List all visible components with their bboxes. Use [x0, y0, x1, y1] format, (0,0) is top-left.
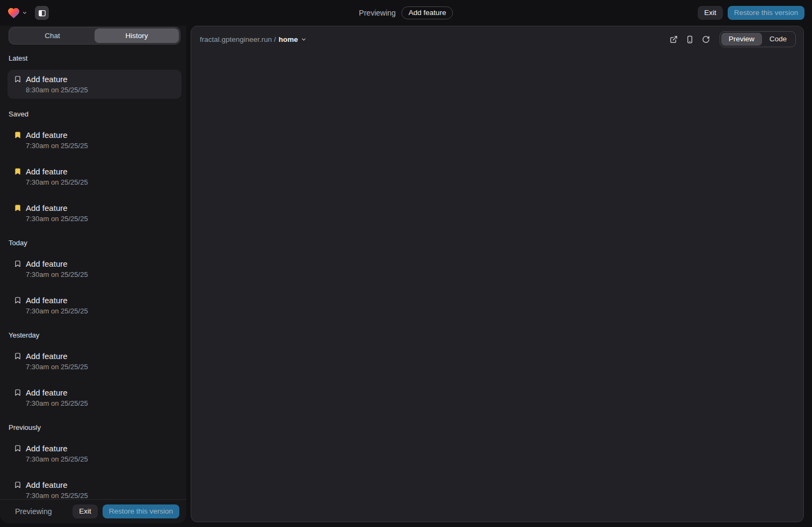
- history-item-title: Add feature: [26, 352, 68, 361]
- history-item-timestamp: 7:30am on 25/25/25: [26, 363, 175, 371]
- history-item-title: Add feature: [26, 388, 68, 397]
- bookmark-filled-icon: [14, 131, 21, 139]
- bookmark-outline-icon: [14, 75, 21, 83]
- history-item-title: Add feature: [26, 444, 68, 453]
- history-item-timestamp: 7:30am on 25/25/25: [26, 215, 175, 223]
- history-item[interactable]: Add feature8:30am on 25/25/25: [8, 70, 182, 99]
- history-item-title: Add feature: [26, 75, 68, 84]
- history-item[interactable]: Add feature7:30am on 25/25/25: [8, 347, 182, 376]
- version-badge: Add feature: [402, 6, 453, 19]
- history-item[interactable]: Add feature7:30am on 25/25/25: [8, 126, 182, 155]
- history-item-title: Add feature: [26, 167, 68, 176]
- history-item[interactable]: Add feature7:30am on 25/25/25: [8, 254, 182, 283]
- section-title-today: Today: [9, 239, 182, 247]
- bookmark-filled-icon: [14, 204, 21, 212]
- history-item-timestamp: 7:30am on 25/25/25: [26, 455, 175, 463]
- mobile-view-button[interactable]: [683, 32, 697, 46]
- top-bar-center: Previewing Add feature: [359, 0, 453, 26]
- history-item[interactable]: Add feature7:30am on 25/25/25: [8, 475, 182, 499]
- history-item-timestamp: 7:30am on 25/25/25: [26, 270, 175, 279]
- smartphone-icon: [686, 35, 694, 43]
- open-external-button[interactable]: [667, 32, 681, 46]
- bookmark-filled-icon: [14, 167, 21, 175]
- view-toggle-code[interactable]: Code: [762, 33, 794, 46]
- section-title-latest: Latest: [9, 54, 182, 62]
- lovable-heart-icon: [8, 8, 20, 19]
- external-link-icon: [670, 35, 678, 43]
- history-list: LatestAdd feature8:30am on 25/25/25Saved…: [0, 45, 186, 499]
- footer-restore-button[interactable]: Restore this version: [103, 504, 179, 518]
- section-title-yesterday: Yesterday: [9, 331, 182, 339]
- history-item-timestamp: 7:30am on 25/25/25: [26, 492, 175, 499]
- bookmark-outline-icon: [14, 481, 21, 489]
- refresh-button[interactable]: [699, 32, 713, 46]
- footer-actions: Exit Restore this version: [73, 504, 179, 518]
- panel-left-icon: [38, 9, 46, 17]
- history-item[interactable]: Add feature7:30am on 25/25/25: [8, 291, 182, 320]
- preview-url-prefix: fractal.gptengineer.run /: [200, 35, 276, 43]
- section-title-saved: Saved: [9, 110, 182, 118]
- bookmark-outline-icon: [14, 260, 21, 268]
- footer-exit-button[interactable]: Exit: [73, 504, 98, 518]
- tab-chat[interactable]: Chat: [10, 28, 95, 43]
- history-item[interactable]: Add feature7:30am on 25/25/25: [8, 439, 182, 468]
- bookmark-outline-icon: [14, 352, 21, 360]
- logo-menu[interactable]: [8, 8, 27, 19]
- preview-actions: PreviewCode: [667, 31, 796, 47]
- top-bar: Previewing Add feature Exit Restore this…: [0, 0, 812, 26]
- history-item-title: Add feature: [26, 480, 68, 489]
- preview-url-page: home: [279, 35, 298, 43]
- history-item-timestamp: 7:30am on 25/25/25: [26, 307, 175, 315]
- history-item-timestamp: 8:30am on 25/25/25: [26, 86, 175, 94]
- history-item-timestamp: 7:30am on 25/25/25: [26, 142, 175, 150]
- history-item[interactable]: Add feature7:30am on 25/25/25: [8, 199, 182, 228]
- history-item[interactable]: Add feature7:30am on 25/25/25: [8, 383, 182, 412]
- sidebar-footer: Previewing Exit Restore this version: [0, 499, 186, 523]
- bookmark-outline-icon: [14, 296, 21, 304]
- footer-previewing-status: Previewing: [15, 507, 52, 516]
- history-item-title: Add feature: [26, 130, 68, 140]
- exit-button[interactable]: Exit: [698, 6, 723, 20]
- view-toggle: PreviewCode: [720, 31, 796, 47]
- preview-panel: fractal.gptengineer.run / home: [191, 26, 804, 522]
- history-sidebar: ChatHistory LatestAdd feature8:30am on 2…: [0, 26, 186, 523]
- logo-chevron-down-icon: [22, 10, 27, 16]
- history-item[interactable]: Add feature7:30am on 25/25/25: [8, 162, 182, 191]
- preview-url-dropdown[interactable]: fractal.gptengineer.run / home: [200, 35, 307, 43]
- history-item-title: Add feature: [26, 296, 68, 305]
- section-title-previously: Previously: [9, 423, 182, 431]
- tab-history[interactable]: History: [95, 28, 179, 43]
- top-bar-left: [8, 6, 49, 20]
- history-item-title: Add feature: [26, 259, 68, 268]
- previewing-status: Previewing: [359, 9, 395, 17]
- view-toggle-preview[interactable]: Preview: [721, 33, 762, 46]
- history-item-timestamp: 7:30am on 25/25/25: [26, 399, 175, 407]
- refresh-icon: [702, 35, 710, 43]
- sidebar-tabs: ChatHistory: [9, 27, 180, 45]
- preview-header: fractal.gptengineer.run / home: [191, 26, 803, 52]
- history-item-title: Add feature: [26, 203, 68, 213]
- restore-version-button[interactable]: Restore this version: [728, 6, 804, 20]
- bookmark-outline-icon: [14, 389, 21, 397]
- top-bar-right: Exit Restore this version: [698, 6, 804, 20]
- url-chevron-down-icon: [301, 36, 307, 42]
- bookmark-outline-icon: [14, 444, 21, 452]
- preview-viewport: [191, 52, 803, 522]
- sidebar-toggle-button[interactable]: [35, 6, 49, 20]
- history-item-timestamp: 7:30am on 25/25/25: [26, 178, 175, 186]
